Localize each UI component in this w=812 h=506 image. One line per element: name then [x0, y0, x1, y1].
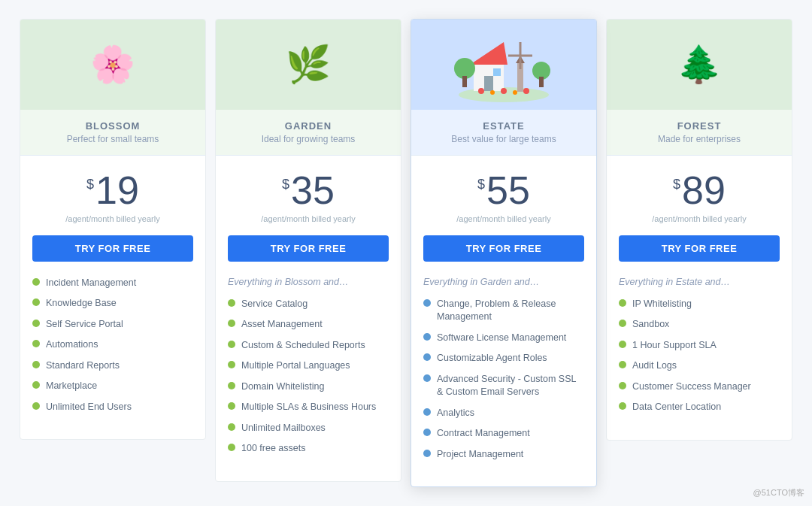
plan-name-garden: GARDEN	[223, 120, 393, 132]
list-item: Unlimited Mailboxes	[228, 422, 389, 435]
feature-text: Audit Logs	[632, 359, 677, 373]
feature-dot	[228, 423, 235, 431]
list-item: Unlimited End Users	[32, 401, 193, 414]
features-list-garden: Service CatalogAsset ManagementCustom & …	[228, 298, 389, 456]
plan-header-estate	[411, 20, 596, 110]
feature-text: Self Service Portal	[46, 318, 123, 332]
list-item: Software License Management	[423, 332, 584, 345]
plan-card-estate: ESTATEBest value for large teams$55/agen…	[411, 19, 597, 488]
list-item: Customizable Agent Roles	[423, 352, 584, 365]
feature-dot	[423, 408, 431, 416]
list-item: Advanced Security - Custom SSL & Custom …	[423, 373, 584, 399]
feature-text: Unlimited End Users	[46, 401, 132, 414]
price-dollar-forest: $	[673, 177, 680, 192]
plan-body-garden: $35/agent/month billed yearlyTRY FOR FRE…	[216, 156, 401, 481]
feature-text: Change, Problem & Release Management	[437, 298, 584, 324]
svg-marker-2	[470, 42, 508, 65]
list-item: Sandbox	[619, 318, 780, 332]
svg-point-19	[523, 88, 529, 94]
feature-dot	[228, 320, 235, 327]
plan-tagline-estate: Best value for large teams	[419, 134, 589, 144]
feature-dot	[228, 402, 235, 410]
plan-name-blossom: BLOSSOM	[28, 120, 198, 132]
price-period-estate: /agent/month billed yearly	[423, 214, 584, 223]
feature-text: Incident Management	[46, 277, 136, 290]
list-item: Self Service Portal	[32, 318, 193, 332]
list-item: 100 free assets	[228, 442, 389, 456]
feature-dot	[32, 361, 40, 368]
feature-dot	[228, 361, 235, 368]
plan-title-section-garden: GARDENIdeal for growing teams	[216, 110, 401, 156]
plan-tagline-garden: Ideal for growing teams	[223, 134, 393, 144]
price-amount-estate: 55	[486, 171, 530, 210]
try-button-estate[interactable]: TRY FOR FREE	[423, 235, 584, 262]
feature-text: Analytics	[437, 407, 474, 420]
feature-dot	[619, 382, 626, 389]
feature-text: Automations	[46, 338, 98, 352]
feature-text: Multiple SLAs & Business Hours	[241, 401, 376, 414]
price-dollar-estate: $	[477, 177, 485, 192]
try-button-garden[interactable]: TRY FOR FREE	[228, 235, 389, 262]
feature-dot	[423, 374, 431, 382]
plan-body-blossom: $19/agent/month billed yearlyTRY FOR FRE…	[20, 156, 205, 440]
feature-text: Unlimited Mailboxes	[241, 422, 326, 435]
feature-dot	[423, 333, 431, 341]
price-row-estate: $55	[423, 171, 584, 210]
list-item: Domain Whitelisting	[228, 380, 389, 394]
feature-text: Custom & Scheduled Reports	[241, 339, 365, 353]
feature-dot	[619, 341, 626, 348]
plan-title-section-blossom: BLOSSOMPerfect for small teams	[20, 110, 205, 156]
svg-point-17	[501, 88, 507, 94]
list-item: Data Center Location	[619, 401, 780, 414]
plan-tagline-blossom: Perfect for small teams	[28, 134, 198, 144]
price-row-forest: $89	[619, 171, 780, 210]
list-item: Marketplace	[32, 380, 193, 393]
plan-body-estate: $55/agent/month billed yearlyTRY FOR FRE…	[411, 156, 596, 487]
feature-text: Advanced Security - Custom SSL & Custom …	[437, 373, 584, 399]
list-item: IP Whitelisting	[619, 298, 780, 311]
try-button-forest[interactable]: TRY FOR FREE	[619, 235, 780, 262]
plan-header-blossom: 🌸	[20, 20, 205, 110]
plan-name-estate: ESTATE	[419, 120, 589, 132]
list-item: Asset Management	[228, 318, 389, 332]
plan-title-section-estate: ESTATEBest value for large teams	[411, 110, 596, 156]
everything-note-garden: Everything in Blossom and…	[228, 277, 389, 287]
feature-text: Service Catalog	[241, 298, 308, 311]
feature-dot	[619, 361, 626, 368]
svg-point-16	[490, 90, 495, 95]
plan-header-garden: 🌿	[216, 20, 401, 110]
try-button-blossom[interactable]: TRY FOR FREE	[32, 235, 193, 262]
feature-dot	[32, 278, 40, 286]
feature-dot	[32, 381, 40, 389]
feature-text: Customer Success Manager	[632, 380, 751, 394]
svg-point-18	[513, 90, 517, 95]
svg-rect-3	[484, 76, 493, 91]
list-item: Contract Management	[423, 427, 584, 441]
feature-text: Domain Whitelisting	[241, 380, 324, 394]
feature-text: Data Center Location	[632, 401, 721, 414]
list-item: Analytics	[423, 407, 584, 420]
feature-dot	[423, 353, 431, 361]
feature-dot	[228, 341, 235, 348]
list-item: Audit Logs	[619, 359, 780, 373]
list-item: 1 Hour Support SLA	[619, 339, 780, 353]
list-item: Incident Management	[32, 277, 193, 290]
features-list-forest: IP WhitelistingSandbox1 Hour Support SLA…	[619, 298, 780, 414]
feature-text: Multiple Portal Languages	[241, 359, 350, 373]
feature-text: Standard Reports	[46, 359, 120, 373]
list-item: Standard Reports	[32, 359, 193, 373]
svg-rect-4	[493, 68, 501, 76]
plan-title-section-forest: FORESTMade for enterprises	[607, 110, 792, 156]
feature-text: 1 Hour Support SLA	[632, 339, 717, 353]
plan-name-forest: FOREST	[614, 120, 784, 132]
feature-text: Contract Management	[437, 427, 530, 441]
price-amount-garden: 35	[291, 171, 335, 210]
feature-dot	[228, 444, 235, 451]
plan-card-garden: 🌿GARDENIdeal for growing teams$35/agent/…	[215, 19, 401, 482]
feature-dot	[32, 298, 40, 306]
everything-note-forest: Everything in Estate and…	[619, 277, 780, 287]
feature-text: Customizable Agent Roles	[437, 352, 547, 365]
feature-text: Project Management	[437, 448, 523, 462]
feature-dot	[619, 299, 626, 307]
feature-dot	[32, 340, 40, 347]
